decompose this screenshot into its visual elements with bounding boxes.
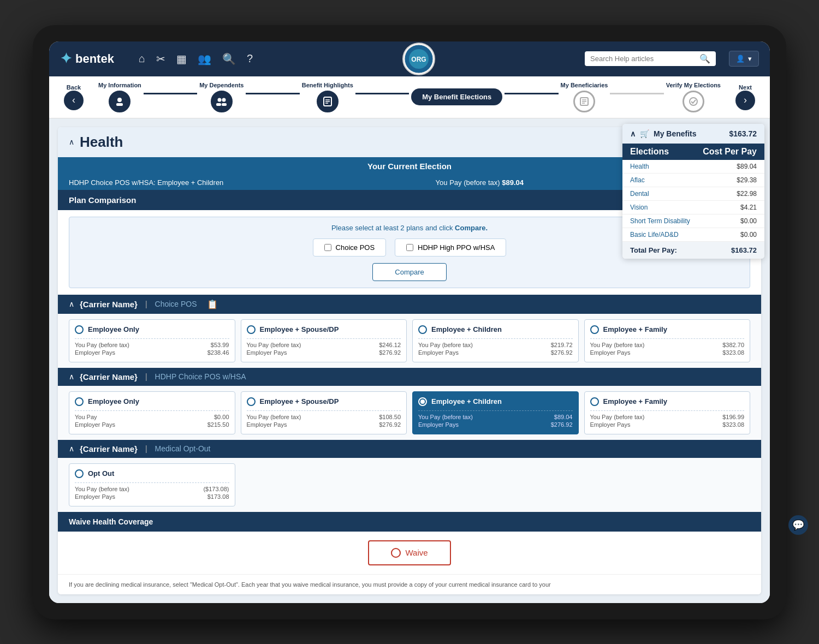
benefit-cost-4: $0.00 xyxy=(740,217,757,225)
coverage-card-header-employee-only-1: Employee Only xyxy=(75,325,229,334)
coverage-card-spouse-dp-2[interactable]: Employee + Spouse/DP You Pay (before tax… xyxy=(241,391,407,434)
step-my-dependents[interactable]: My Dependents xyxy=(199,82,244,112)
col-cost: Cost Per Pay xyxy=(703,147,757,157)
coverage-options-2: Employee Only You Pay$0.00 Employer Pays… xyxy=(58,386,761,440)
step-my-beneficiaries[interactable]: My Beneficiaries xyxy=(561,82,608,112)
step-verify-my-elections[interactable]: Verify My Elections xyxy=(666,82,721,112)
carrier-plan-1: Choice POS xyxy=(155,300,197,308)
compare-button[interactable]: Compare xyxy=(372,263,446,281)
people-icon[interactable]: 👥 xyxy=(198,52,211,65)
search-submit-icon[interactable]: 🔍 xyxy=(699,53,710,64)
coverage-card-employee-only-1[interactable]: Employee Only You Pay (before tax)$53.99… xyxy=(69,319,235,362)
benefits-row-1[interactable]: Aflac$29.38 xyxy=(622,174,764,187)
carrier-header-opt-out: ∧ {Carrier Name} | Medical Opt-Out xyxy=(58,440,761,458)
step-label-my-information: My Information xyxy=(98,82,141,88)
waive-button-area: Waive xyxy=(58,532,761,574)
carrier-plan-2: HDHP Choice POS w/HSA xyxy=(155,372,246,381)
next-label: Next xyxy=(739,84,752,91)
benefit-cost-3: $4.21 xyxy=(740,204,757,211)
benefit-name-4: Short Term Disability xyxy=(630,217,740,225)
benefits-panel-title: My Benefits xyxy=(654,129,697,138)
reports-icon[interactable]: ▦ xyxy=(176,52,187,65)
collapse-benefits-icon[interactable]: ∧ xyxy=(630,129,636,138)
plan-checkbox-label-1: Choice POS xyxy=(336,243,375,252)
step-my-information[interactable]: My Information xyxy=(98,82,141,112)
you-pay-text: You Pay (before tax) $89.04 xyxy=(436,178,524,187)
carrier-collapse-btn-1[interactable]: ∧ xyxy=(69,300,74,308)
total-label: Total Per Pay: xyxy=(630,246,731,254)
svg-rect-7 xyxy=(216,103,221,106)
benefit-cost-5: $0.00 xyxy=(740,231,757,238)
benefits-row-2[interactable]: Dental$22.98 xyxy=(622,187,764,201)
plan-checkbox-input-1[interactable] xyxy=(324,244,331,251)
step-my-benefit-elections[interactable]: My Benefit Elections xyxy=(411,88,502,105)
back-circle[interactable]: ‹ xyxy=(64,91,84,110)
cart-icon: 🛒 xyxy=(640,129,649,138)
step-label-verify-my-elections: Verify My Elections xyxy=(666,82,721,88)
back-button[interactable]: Back ‹ xyxy=(60,84,87,110)
user-dropdown-arrow: ▾ xyxy=(748,55,752,63)
plan-checkbox-1[interactable]: Choice POS xyxy=(313,238,387,257)
benefits-row-3[interactable]: Vision$4.21 xyxy=(622,201,764,214)
coverage-card-family-1[interactable]: Employee + Family You Pay (before tax)$3… xyxy=(584,319,751,362)
you-pay-amount: $89.04 xyxy=(502,178,524,187)
my-benefits-panel: ∧ 🛒 My Benefits $163.72 Elections Cost P… xyxy=(622,124,764,259)
step-circle-verify-my-elections xyxy=(682,91,704,112)
coverage-card-header-employee-only-2: Employee Only xyxy=(75,397,229,406)
benefit-cost-2: $22.98 xyxy=(737,190,757,198)
radio-family-1 xyxy=(590,325,599,334)
carrier-plan-3: Medical Opt-Out xyxy=(155,444,211,453)
benefits-table-header: Elections Cost Per Pay xyxy=(622,144,764,160)
carrier-section-opt-out: ∧ {Carrier Name} | Medical Opt-Out Opt O… xyxy=(58,440,761,512)
step-line-5 xyxy=(610,93,663,94)
benefits-row-0[interactable]: Health$89.04 xyxy=(622,160,764,174)
tools-icon[interactable]: ✂ xyxy=(156,52,165,65)
carrier-collapse-btn-3[interactable]: ∧ xyxy=(69,444,74,453)
waive-button[interactable]: Waive xyxy=(368,540,450,565)
carrier-icon-1[interactable]: 📋 xyxy=(207,299,218,309)
coverage-card-header-opt-out: Opt Out xyxy=(75,469,229,478)
total-value: $163.72 xyxy=(731,246,757,254)
search-icon[interactable]: 🔍 xyxy=(222,52,236,65)
coverage-card-children-1[interactable]: Employee + Children You Pay (before tax)… xyxy=(412,319,579,362)
logo: ✦ bentek xyxy=(60,50,126,67)
coverage-card-family-2[interactable]: Employee + Family You Pay (before tax)$1… xyxy=(584,391,751,434)
benefits-row-5[interactable]: Basic Life/AD&D$0.00 xyxy=(622,228,764,242)
help-icon[interactable]: ? xyxy=(247,52,253,65)
coverage-card-children-2-selected[interactable]: Employee + Children You Pay (before tax)… xyxy=(412,391,579,434)
step-benefit-highlights[interactable]: Benefit Highlights xyxy=(302,82,353,112)
plan-checkbox-input-2[interactable] xyxy=(406,244,413,251)
benefit-name-2: Dental xyxy=(630,190,737,198)
carrier-collapse-btn-2[interactable]: ∧ xyxy=(69,372,74,381)
step-label-my-dependents: My Dependents xyxy=(199,82,244,88)
coverage-card-spouse-dp-1[interactable]: Employee + Spouse/DP You Pay (before tax… xyxy=(241,319,407,362)
coverage-card-opt-out[interactable]: Opt Out You Pay (before tax)($173.08) Em… xyxy=(69,463,235,506)
carrier-name-1: {Carrier Name} xyxy=(80,300,138,309)
active-step-pill: My Benefit Elections xyxy=(411,88,502,105)
plan-comparison-title: Plan Comparison xyxy=(69,195,136,205)
search-input[interactable] xyxy=(590,55,696,63)
user-menu-button[interactable]: 👤 ▾ xyxy=(729,51,759,67)
benefit-name-3: Vision xyxy=(630,204,740,211)
next-circle[interactable]: › xyxy=(735,91,755,110)
radio-spouse-dp-2 xyxy=(247,397,256,406)
plan-checkbox-2[interactable]: HDHP High PPO w/HSA xyxy=(395,238,506,257)
step-line-4 xyxy=(505,93,558,94)
carrier-name-2: {Carrier Name} xyxy=(80,372,138,381)
waive-radio-icon xyxy=(391,548,401,558)
org-logo: ORG xyxy=(402,43,435,75)
svg-rect-4 xyxy=(116,103,123,106)
wizard-navigation: Back ‹ My Information My Dependents xyxy=(49,76,770,118)
coverage-card-employee-only-2[interactable]: Employee Only You Pay$0.00 Employer Pays… xyxy=(69,391,235,434)
step-circle-benefit-highlights xyxy=(317,91,339,112)
benefits-row-4[interactable]: Short Term Disability$0.00 xyxy=(622,214,764,228)
nav-icons: ⌂ ✂ ▦ 👥 🔍 ? xyxy=(139,52,253,65)
next-button[interactable]: Next › xyxy=(732,84,759,110)
benefit-name-1: Aflac xyxy=(630,176,737,184)
svg-text:ORG: ORG xyxy=(411,56,426,63)
home-icon[interactable]: ⌂ xyxy=(139,52,145,65)
health-collapse-btn[interactable]: ∧ xyxy=(69,138,74,146)
carrier-name-3: {Carrier Name} xyxy=(80,444,138,454)
coverage-card-header-children-2: Employee + Children xyxy=(418,397,573,406)
search-bar[interactable]: 🔍 xyxy=(585,51,716,66)
